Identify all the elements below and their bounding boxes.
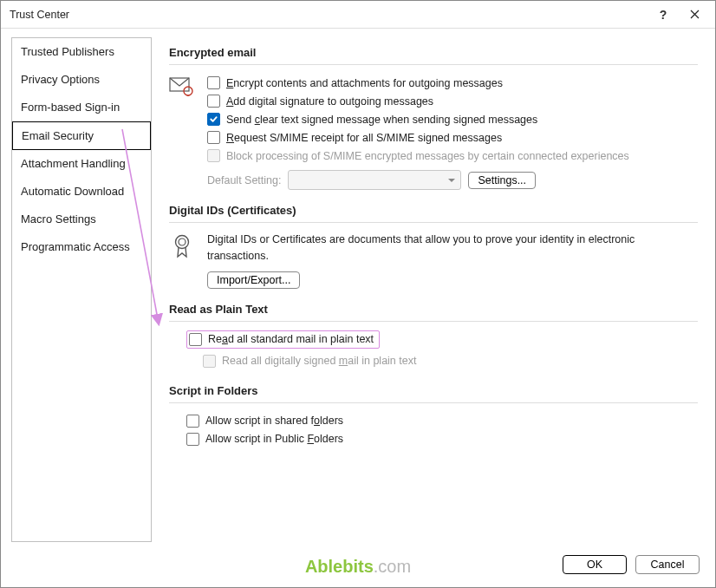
close-icon (690, 8, 700, 22)
divider (169, 321, 698, 322)
section-title-script: Script in Folders (169, 384, 698, 397)
script-public-option[interactable]: Allow script in Public Folders (186, 430, 698, 448)
email-security-pane: Encrypted email Encrypt contents and att… (152, 37, 705, 542)
watermark: Ablebits.com (305, 557, 411, 577)
sidebar-item-programmatic-access[interactable]: Programmatic Access (12, 233, 151, 261)
help-icon: ? (660, 8, 667, 22)
svg-point-3 (179, 238, 186, 245)
script-shared-option[interactable]: Allow script in shared folders (186, 412, 698, 430)
close-button[interactable] (679, 3, 710, 27)
checkbox[interactable] (186, 433, 199, 446)
sidebar-item-email-security[interactable]: Email Security (12, 121, 151, 150)
divider (169, 64, 698, 65)
receipt-option[interactable]: Request S/MIME receipt for all S/MIME si… (207, 128, 698, 147)
block-option: Block processing of S/MIME encrypted mes… (207, 147, 698, 165)
sidebar-item-label: Form-based Sign-in (21, 101, 120, 114)
sidebar-item-automatic-download[interactable]: Automatic Download (12, 178, 151, 206)
envelope-seal-icon (169, 74, 195, 98)
section-title-encrypted: Encrypted email (169, 46, 698, 59)
digital-ids-fields: Digital IDs or Certificates are document… (207, 232, 698, 289)
watermark-domain: .com (374, 557, 411, 576)
checkbox[interactable] (189, 333, 202, 346)
checkbox[interactable] (207, 131, 220, 144)
sidebar-item-label: Privacy Options (21, 73, 100, 86)
import-export-button[interactable]: Import/Export... (207, 271, 300, 289)
dialog-footer: Ablebits.com OK Cancel (1, 542, 715, 587)
highlighted-option: Read all standard mail in plain text (186, 330, 380, 349)
dialog-title: Trust Center (10, 9, 648, 21)
checkbox-label: Send clear text signed message when send… (226, 114, 537, 126)
cleartext-option[interactable]: Send clear text signed message when send… (207, 110, 698, 128)
checkbox (203, 355, 216, 368)
default-setting-label: Default Setting: (207, 174, 281, 186)
certificate-ribbon-icon (169, 232, 195, 259)
divider (169, 222, 698, 223)
checkbox[interactable] (207, 95, 220, 108)
checkbox[interactable] (186, 415, 199, 428)
digital-ids-section: Digital IDs or Certificates are document… (169, 232, 698, 289)
cancel-button[interactable]: Cancel (635, 555, 700, 574)
checkbox-label: Request S/MIME receipt for all S/MIME si… (226, 132, 502, 144)
checkbox-label: Read all digitally signed mail in plain … (222, 355, 416, 367)
ok-button[interactable]: OK (563, 555, 627, 574)
help-button[interactable]: ? (648, 3, 679, 27)
checkbox (207, 149, 220, 162)
sidebar-item-label: Automatic Download (21, 185, 124, 198)
sidebar-item-trusted-publishers[interactable]: Trusted Publishers (12, 38, 151, 66)
encrypted-fields: Encrypt contents and attachments for out… (207, 74, 698, 190)
sidebar-item-form-signin[interactable]: Form-based Sign-in (12, 94, 151, 121)
default-setting-dropdown (288, 170, 461, 190)
sidebar-item-label: Macro Settings (21, 212, 96, 225)
trust-center-dialog: Trust Center ? Trusted Publishers Privac… (0, 0, 716, 588)
read-digitally-signed-option: Read all digitally signed mail in plain … (186, 352, 698, 370)
checkbox-label: Add digital signature to outgoing messag… (226, 95, 433, 108)
section-title-digital-ids: Digital IDs (Certificates) (169, 204, 698, 217)
sidebar: Trusted Publishers Privacy Options Form-… (11, 37, 152, 542)
sidebar-item-label: Email Security (22, 129, 94, 142)
section-title-plain-text: Read as Plain Text (169, 303, 698, 316)
checkbox-label: Encrypt contents and attachments for out… (226, 77, 503, 89)
sidebar-item-label: Trusted Publishers (21, 45, 114, 58)
settings-button[interactable]: Settings... (468, 172, 536, 189)
checkbox-label: Read all standard mail in plain text (208, 333, 374, 345)
checkbox[interactable] (207, 113, 220, 126)
sidebar-item-attachment-handling[interactable]: Attachment Handling (12, 150, 151, 178)
svg-point-2 (176, 236, 189, 249)
titlebar: Trust Center ? (1, 1, 715, 29)
sidebar-item-label: Programmatic Access (21, 240, 130, 253)
checkbox-label: Block processing of S/MIME encrypted mes… (226, 150, 629, 162)
sidebar-item-macro-settings[interactable]: Macro Settings (12, 206, 151, 233)
checkbox-label: Allow script in Public Folders (205, 433, 343, 445)
default-setting-row: Default Setting: Settings... (207, 170, 698, 190)
encrypted-section: Encrypt contents and attachments for out… (169, 74, 698, 190)
digital-ids-description: Digital IDs or Certificates are document… (207, 232, 698, 265)
content-area: Trusted Publishers Privacy Options Form-… (1, 29, 715, 542)
divider (169, 402, 698, 403)
watermark-brand: Ablebits (305, 557, 374, 576)
encrypt-option[interactable]: Encrypt contents and attachments for out… (207, 74, 698, 92)
checkbox-label: Allow script in shared folders (205, 415, 343, 427)
sidebar-item-privacy-options[interactable]: Privacy Options (12, 66, 151, 94)
sign-option[interactable]: Add digital signature to outgoing messag… (207, 92, 698, 110)
sidebar-item-label: Attachment Handling (21, 157, 126, 170)
checkbox[interactable] (207, 76, 220, 89)
